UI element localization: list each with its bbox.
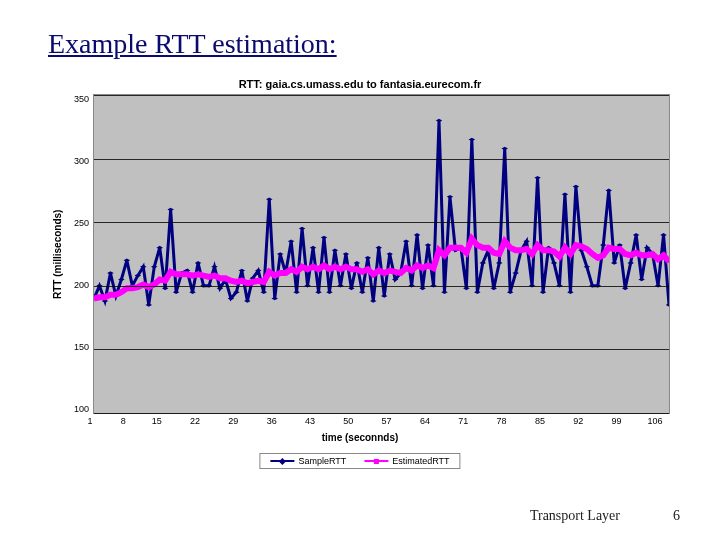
- svg-rect-15: [173, 290, 180, 294]
- svg-rect-63: [436, 119, 443, 123]
- legend-item-sample: SampleRTT: [270, 456, 346, 466]
- svg-rect-33: [271, 297, 278, 301]
- svg-rect-28: [244, 299, 251, 303]
- svg-rect-140: [278, 272, 283, 275]
- svg-rect-12: [156, 246, 163, 250]
- svg-rect-113: [130, 287, 135, 290]
- svg-rect-124: [190, 274, 195, 277]
- svg-rect-204: [628, 254, 633, 257]
- svg-rect-111: [119, 291, 124, 294]
- svg-rect-139: [272, 274, 277, 277]
- svg-rect-54: [386, 252, 393, 256]
- svg-rect-196: [585, 248, 590, 251]
- svg-rect-3: [107, 271, 114, 275]
- svg-rect-132: [234, 281, 239, 284]
- svg-rect-36: [288, 239, 295, 243]
- svg-rect-18: [189, 290, 196, 294]
- svg-rect-172: [453, 246, 458, 249]
- svg-rect-161: [393, 271, 398, 274]
- svg-rect-61: [425, 243, 432, 247]
- legend-label: EstimatedRTT: [392, 456, 449, 466]
- svg-rect-164: [409, 269, 414, 272]
- svg-rect-59: [414, 233, 421, 237]
- svg-rect-125: [196, 273, 201, 276]
- svg-rect-13: [162, 287, 169, 291]
- svg-rect-97: [622, 287, 629, 291]
- svg-rect-134: [245, 282, 250, 285]
- svg-rect-148: [322, 264, 327, 267]
- svg-rect-157: [371, 273, 376, 276]
- svg-rect-107: [97, 296, 102, 299]
- svg-rect-174: [464, 251, 469, 254]
- svg-rect-27: [239, 269, 246, 273]
- svg-rect-144: [300, 265, 305, 268]
- svg-rect-159: [382, 272, 387, 275]
- svg-rect-43: [326, 290, 333, 294]
- svg-rect-171: [448, 246, 453, 249]
- svg-rect-131: [229, 279, 234, 282]
- svg-rect-126: [201, 274, 206, 277]
- chart-title: RTT: gaia.cs.umass.edu to fantasia.eurec…: [50, 78, 670, 90]
- svg-rect-46: [343, 252, 350, 256]
- page-number: 6: [673, 508, 680, 524]
- svg-rect-152: [344, 265, 349, 268]
- svg-rect-122: [179, 273, 184, 276]
- svg-rect-165: [415, 264, 420, 267]
- chart-svg: [94, 95, 669, 413]
- svg-rect-206: [639, 254, 644, 257]
- y-axis-label: RTT (milliseconds): [50, 94, 65, 414]
- svg-rect-31: [261, 290, 268, 294]
- svg-rect-142: [289, 268, 294, 271]
- svg-rect-178: [486, 246, 491, 249]
- svg-rect-110: [114, 293, 119, 296]
- footer-label: Transport Layer: [530, 508, 620, 524]
- chart-container: RTT: gaia.cs.umass.edu to fantasia.eurec…: [50, 78, 670, 473]
- svg-rect-150: [333, 265, 338, 268]
- svg-rect-146: [311, 265, 316, 268]
- svg-rect-188: [541, 249, 546, 252]
- svg-rect-48: [354, 261, 361, 265]
- svg-rect-123: [185, 273, 190, 276]
- svg-rect-198: [596, 257, 601, 260]
- svg-rect-135: [251, 281, 256, 284]
- svg-rect-98: [627, 261, 634, 265]
- svg-rect-106: [94, 297, 96, 300]
- svg-rect-60: [419, 287, 426, 291]
- svg-rect-177: [481, 246, 486, 249]
- svg-rect-86: [562, 192, 569, 196]
- svg-rect-138: [267, 271, 272, 274]
- svg-rect-195: [579, 245, 584, 248]
- svg-rect-34: [277, 252, 284, 256]
- svg-rect-10: [146, 303, 153, 307]
- svg-rect-141: [283, 272, 288, 275]
- svg-rect-162: [398, 272, 403, 275]
- svg-rect-109: [108, 293, 113, 296]
- svg-rect-50: [365, 256, 372, 260]
- svg-rect-153: [349, 268, 354, 271]
- svg-rect-99: [633, 233, 640, 237]
- svg-rect-136: [256, 279, 261, 282]
- svg-rect-179: [491, 251, 496, 254]
- svg-rect-180: [497, 253, 502, 256]
- svg-rect-145: [305, 268, 310, 271]
- svg-rect-104: [660, 233, 667, 237]
- svg-rect-173: [459, 246, 464, 249]
- svg-rect-84: [551, 261, 558, 265]
- svg-rect-19: [195, 261, 202, 265]
- svg-rect-154: [355, 268, 360, 271]
- svg-rect-32: [266, 198, 273, 202]
- svg-rect-51: [370, 299, 377, 303]
- svg-rect-100: [638, 278, 645, 282]
- svg-rect-11: [151, 265, 158, 269]
- svg-rect-41: [315, 290, 322, 294]
- x-axis-ticks: 1815222936435057647178859299106: [90, 414, 670, 426]
- svg-rect-38: [299, 227, 306, 231]
- svg-rect-205: [634, 251, 639, 254]
- svg-rect-194: [574, 244, 579, 247]
- svg-rect-37: [293, 290, 300, 294]
- svg-rect-87: [567, 290, 574, 294]
- svg-rect-160: [387, 269, 392, 272]
- svg-rect-189: [546, 249, 551, 252]
- svg-rect-158: [376, 269, 381, 272]
- svg-rect-40: [310, 246, 317, 250]
